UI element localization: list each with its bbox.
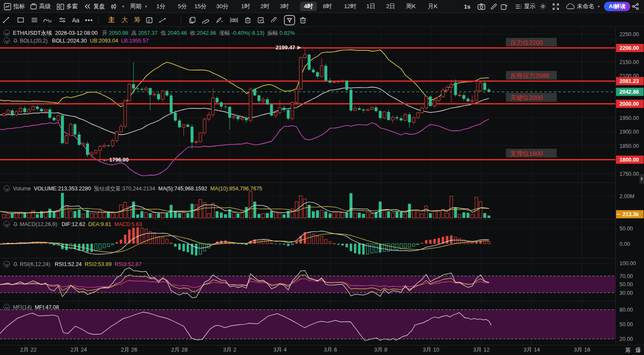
- svg-text:3月 12: 3月 12: [473, 346, 490, 353]
- svg-text:3月 2: 3月 2: [223, 346, 236, 353]
- svg-text:1800.00: 1800.00: [619, 157, 639, 163]
- svg-text:2月 28: 2月 28: [171, 346, 188, 353]
- svg-text:70.00: 70.00: [619, 273, 633, 279]
- svg-text:2081.23: 2081.23: [619, 78, 639, 84]
- svg-text:3月 10: 3月 10: [423, 346, 439, 353]
- svg-text:50.00: 50.00: [619, 226, 633, 232]
- svg-text:50.00: 50.00: [619, 282, 633, 288]
- svg-text:2: 2: [148, 18, 150, 22]
- svg-text:2042.86: 2042.86: [619, 89, 639, 95]
- svg-text:关键位2000: 关键位2000: [510, 94, 543, 101]
- svg-text:爆: 爆: [635, 347, 641, 353]
- svg-text:3月 8: 3月 8: [374, 346, 387, 353]
- svg-text:213.3k: 213.3k: [622, 211, 639, 217]
- svg-text:66: 66: [48, 20, 52, 23]
- svg-text:2250.00: 2250.00: [619, 31, 639, 37]
- svg-text:筹: 筹: [625, 347, 631, 353]
- svg-text:1900.00: 1900.00: [619, 129, 639, 135]
- svg-text:支撑位1800: 支撑位1800: [510, 150, 543, 157]
- svg-text:压力位2200: 压力位2200: [510, 39, 543, 46]
- svg-text:反弹压力2080: 反弹压力2080: [510, 72, 549, 79]
- svg-text:2月 26: 2月 26: [121, 346, 137, 353]
- svg-text:30.00: 30.00: [619, 290, 633, 296]
- svg-text:50.00: 50.00: [619, 321, 633, 327]
- svg-text:2150.00: 2150.00: [619, 59, 639, 65]
- svg-text:1950.00: 1950.00: [619, 115, 639, 121]
- svg-text:2月 22: 2月 22: [20, 346, 37, 353]
- svg-text:3月 16: 3月 16: [574, 346, 590, 353]
- svg-text:1850.00: 1850.00: [619, 143, 639, 149]
- svg-text:2000.00: 2000.00: [619, 101, 639, 107]
- svg-text:3月 4: 3月 4: [273, 346, 287, 353]
- svg-text:2199.47 ➤: 2199.47 ➤: [276, 45, 302, 51]
- svg-text:20.00: 20.00: [619, 336, 633, 342]
- svg-text:2月 24: 2月 24: [71, 346, 87, 353]
- svg-text:← 1796.00: ← 1796.00: [102, 157, 129, 163]
- svg-text:0.00: 0.00: [619, 241, 630, 247]
- svg-text:1750.00: 1750.00: [619, 171, 639, 177]
- svg-text:80.00: 80.00: [619, 307, 633, 313]
- svg-text:3月 14: 3月 14: [524, 346, 540, 353]
- svg-text:100.00: 100.00: [619, 260, 636, 266]
- svg-text:2.00M: 2.00M: [619, 193, 635, 199]
- svg-text:2200.00: 2200.00: [619, 45, 639, 51]
- svg-text:3月 6: 3月 6: [324, 346, 337, 353]
